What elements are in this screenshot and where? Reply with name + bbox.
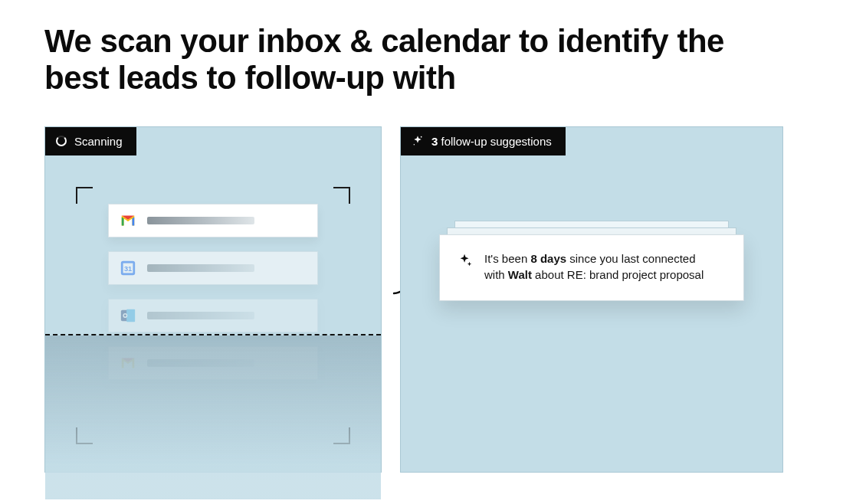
viewport-corner-icon (333, 427, 350, 444)
suggestions-panel: 3 follow-up suggestions It's been 8 days… (400, 126, 783, 473)
viewport-corner-icon (76, 187, 93, 204)
source-row (108, 346, 318, 380)
placeholder-text-icon (147, 359, 254, 367)
svg-text:31: 31 (124, 264, 132, 272)
placeholder-text-icon (147, 217, 254, 224)
svg-point-6 (124, 314, 126, 316)
suggestion-stack: It's been 8 days since you last connecte… (439, 234, 744, 302)
sparkle-icon (412, 135, 424, 147)
suggestions-badge-text: 3 follow-up suggestions (431, 135, 552, 148)
headline: We scan your inbox & calendar to identif… (44, 23, 734, 97)
source-row (108, 299, 318, 332)
source-row (108, 204, 318, 237)
suggestions-badge: 3 follow-up suggestions (401, 127, 566, 155)
placeholder-text-icon (147, 312, 254, 319)
sparkle-icon (457, 252, 474, 269)
gmail-icon (120, 212, 136, 229)
spinner-icon (56, 136, 67, 146)
source-rows: 31 (108, 204, 318, 380)
suggestion-card: It's been 8 days since you last connecte… (439, 234, 744, 302)
scanning-badge-label: Scanning (74, 135, 123, 148)
svg-point-7 (421, 136, 422, 138)
feature-panels: Scanning 31 (44, 126, 799, 473)
scanning-panel: Scanning 31 (44, 126, 382, 473)
viewport-corner-icon (76, 427, 93, 444)
svg-point-8 (414, 144, 415, 145)
outlook-icon (120, 307, 136, 324)
google-calendar-icon: 31 (120, 260, 136, 277)
scanning-badge: Scanning (45, 127, 136, 155)
scan-viewport: 31 (76, 187, 350, 444)
viewport-corner-icon (333, 187, 350, 204)
gmail-icon (120, 355, 136, 371)
source-row: 31 (108, 251, 318, 285)
suggestion-text: It's been 8 days since you last connecte… (484, 250, 704, 284)
placeholder-text-icon (147, 264, 254, 272)
svg-rect-4 (126, 309, 135, 322)
